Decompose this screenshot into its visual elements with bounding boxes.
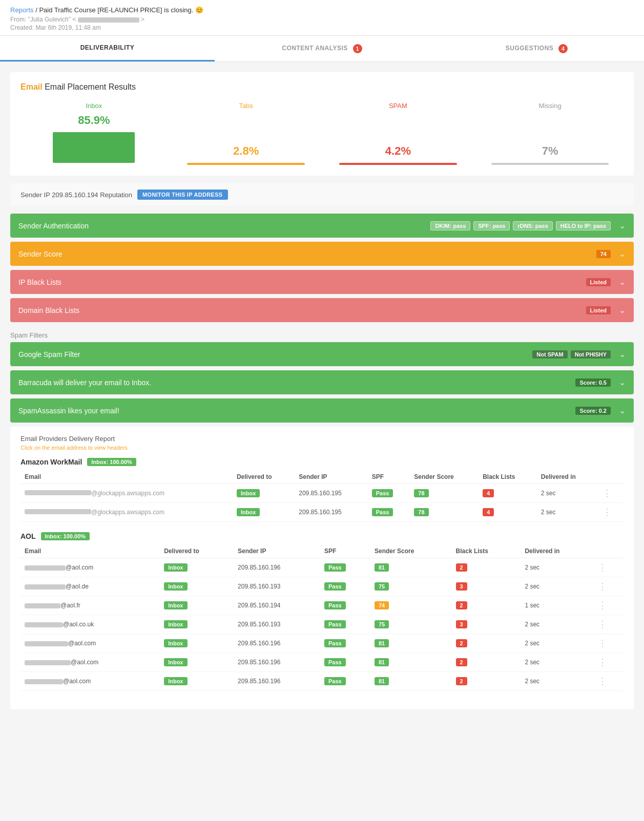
aol-col-email: Email: [20, 544, 160, 558]
bl-cell: 3: [452, 577, 521, 596]
row-actions[interactable]: ⋮: [594, 615, 624, 634]
from-email-blurred: [78, 17, 139, 23]
sender-ip-cell: 209.85.160.196: [234, 634, 320, 653]
table-row[interactable]: @glockapps.awsapps.com Inbox 209.85.160.…: [20, 484, 624, 503]
inbox-bar: [53, 132, 135, 163]
sender-score-label: Sender Score: [18, 250, 63, 258]
email-cell[interactable]: @aol.com: [20, 653, 160, 672]
barracuda-chevron: ⌄: [619, 377, 626, 387]
tab-suggestions[interactable]: SUGGESTIONS 4: [429, 36, 644, 61]
bl-cell: 4: [479, 484, 537, 503]
email-cell[interactable]: @aol.com: [20, 558, 160, 577]
table-row[interactable]: @aol.com Inbox 209.85.160.196 Pass 81 2 …: [20, 672, 624, 691]
row-actions[interactable]: ⋮: [594, 596, 624, 615]
ip-blacklists-row[interactable]: IP Black Lists Listed ⌄: [10, 270, 634, 294]
tabs-pct: 2.8%: [173, 144, 320, 158]
tab-content-analysis[interactable]: CONTENT ANALYSIS 1: [215, 36, 429, 61]
table-row[interactable]: @aol.com Inbox 209.85.160.196 Pass 81 2 …: [20, 558, 624, 577]
spf-cell: Pass: [368, 503, 410, 522]
breadcrumb-reports-link[interactable]: Reports: [10, 6, 34, 14]
missing-spacer: [476, 114, 624, 144]
bl-cell: 2: [452, 672, 521, 691]
missing-pct: 7%: [476, 144, 624, 158]
aol-name: AOL: [20, 532, 36, 540]
sender-score-row[interactable]: Sender Score 74 ⌄: [10, 242, 634, 266]
row-actions[interactable]: ⋮: [598, 503, 624, 522]
header-actions[interactable]: ☰ ✉ ⇧: [600, 0, 634, 2]
sender-ip-row: Sender IP 209.85.160.194 Reputation MONI…: [10, 183, 634, 206]
main-content: Email Email Placement Results Inbox 85.9…: [0, 62, 644, 720]
delivered-cell: Inbox: [160, 672, 234, 691]
spf-cell: Pass: [368, 484, 410, 503]
spamassassin-chevron: ⌄: [619, 406, 626, 415]
email-cell[interactable]: @aol.com: [20, 634, 160, 653]
delivered-cell: Inbox: [233, 503, 295, 522]
col-bl: Black Lists: [479, 470, 537, 484]
google-spam-row[interactable]: Google Spam Filter Not SPAM Not PHISHY ⌄: [10, 342, 634, 366]
table-row[interactable]: @aol.com Inbox 209.85.160.196 Pass 81 2 …: [20, 634, 624, 653]
email-cell[interactable]: @aol.com: [20, 672, 160, 691]
google-spam-chevron: ⌄: [619, 349, 626, 359]
email-cell[interactable]: @aol.co.uk: [20, 615, 160, 634]
placement-missing: Missing 7%: [476, 102, 624, 165]
table-row[interactable]: @aol.fr Inbox 209.85.160.194 Pass 74 2 1…: [20, 596, 624, 615]
delivered-in-cell: 2 sec: [537, 484, 598, 503]
sender-ip-cell: 209.85.160.195: [295, 484, 367, 503]
table-row[interactable]: @aol.com Inbox 209.85.160.196 Pass 81 2 …: [20, 653, 624, 672]
barracuda-row[interactable]: Barracuda will deliver your email to Inb…: [10, 370, 634, 394]
spamassassin-row[interactable]: SpamAssassin likes your email! Score: 0.…: [10, 398, 634, 423]
monitor-ip-button[interactable]: MONITOR THIS IP ADDRESS: [137, 190, 227, 200]
tab-deliverability[interactable]: DELIVERABILITY: [0, 36, 215, 61]
delivered-in-cell: 2 sec: [521, 672, 594, 691]
email-cell[interactable]: @glockapps.awsapps.com: [20, 503, 233, 522]
spf-badge: SPF: pass: [473, 221, 510, 230]
table-row[interactable]: @glockapps.awsapps.com Inbox 209.85.160.…: [20, 503, 624, 522]
domain-blacklists-label: Domain Black Lists: [18, 306, 79, 314]
dkim-badge: DKIM: pass: [430, 221, 470, 230]
spf-cell: Pass: [320, 577, 370, 596]
row-actions[interactable]: ⋮: [598, 484, 624, 503]
inbox-bar-container: [20, 132, 168, 163]
row-actions[interactable]: ⋮: [594, 577, 624, 596]
table-row[interactable]: @aol.co.uk Inbox 209.85.160.193 Pass 75 …: [20, 615, 624, 634]
aol-table-header: Email Delivered to Sender IP SPF Sender …: [20, 544, 624, 558]
helo-badge: HELO to IP: pass: [556, 221, 611, 230]
email-cell[interactable]: @glockapps.awsapps.com: [20, 484, 233, 503]
sender-auth-row[interactable]: Sender Authentication DKIM: pass SPF: pa…: [10, 214, 634, 238]
mail-icon[interactable]: ✉: [613, 0, 621, 2]
domain-blacklists-badges: Listed ⌄: [586, 305, 626, 315]
aol-name-row: AOL Inbox: 100.00%: [20, 532, 624, 540]
menu-icon[interactable]: ☰: [600, 0, 608, 2]
score-cell: 81: [370, 634, 452, 653]
bl-cell: 2: [452, 596, 521, 615]
domain-blacklists-row[interactable]: Domain Black Lists Listed ⌄: [10, 298, 634, 322]
missing-label: Missing: [476, 102, 624, 110]
share-icon[interactable]: ⇧: [626, 0, 634, 2]
score-cell: 81: [370, 672, 452, 691]
email-cell[interactable]: @aol.fr: [20, 596, 160, 615]
spf-cell: Pass: [320, 558, 370, 577]
barracuda-label: Barracuda will deliver your email to Inb…: [18, 378, 151, 387]
aol-col-actions: [594, 544, 624, 558]
col-spf: SPF: [368, 470, 410, 484]
row-actions[interactable]: ⋮: [594, 653, 624, 672]
sender-ip-cell: 209.85.160.196: [234, 672, 320, 691]
aol-inbox-pct: Inbox: 100.00%: [41, 532, 90, 540]
delivered-in-cell: 1 sec: [521, 596, 594, 615]
email-cell[interactable]: @aol.de: [20, 577, 160, 596]
bl-cell: 3: [452, 615, 521, 634]
email-created: Created: Mar 6th 2019, 11:48 am: [10, 24, 634, 31]
amazon-provider-block: Amazon WorkMail Inbox: 100.00% Email Del…: [20, 458, 624, 522]
row-actions[interactable]: ⋮: [594, 634, 624, 653]
delivered-in-cell: 2 sec: [521, 653, 594, 672]
delivered-in-cell: 2 sec: [521, 577, 594, 596]
content-analysis-badge: 1: [353, 44, 362, 53]
suggestions-badge: 4: [558, 44, 568, 53]
tabs-spacer: [173, 114, 320, 144]
table-row[interactable]: @aol.de Inbox 209.85.160.193 Pass 75 3 2…: [20, 577, 624, 596]
score-chevron: ⌄: [619, 249, 626, 259]
col-sender-ip: Sender IP: [295, 470, 367, 484]
row-actions[interactable]: ⋮: [594, 558, 624, 577]
row-actions[interactable]: ⋮: [594, 672, 624, 691]
bl-cell: 2: [452, 653, 521, 672]
